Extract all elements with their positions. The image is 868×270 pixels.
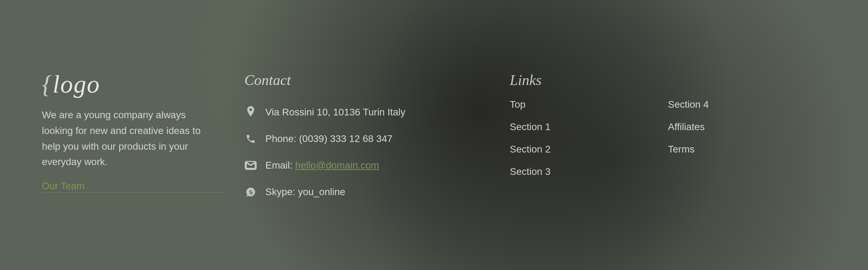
contact-address-item: Via Rossini 10, 10136 Turin Italy xyxy=(244,106,489,119)
logo-bracket: { xyxy=(42,70,53,98)
email-icon xyxy=(244,159,257,172)
phone-icon xyxy=(244,133,257,145)
nav-link-terms[interactable]: Terms xyxy=(668,144,826,155)
email-link[interactable]: hello@domain.com xyxy=(295,160,379,171)
footer-content: {logo We are a young company always look… xyxy=(0,51,868,219)
contact-phone: Phone: (0039) 333 12 68 347 xyxy=(265,133,392,144)
nav-link-affiliates[interactable]: Affiliates xyxy=(668,121,826,133)
contact-skype: Skype: you_online xyxy=(265,186,345,198)
logo: {logo xyxy=(42,72,223,97)
nav-link-section4[interactable]: Section 4 xyxy=(668,99,826,110)
contact-email: Email: hello@domain.com xyxy=(265,160,379,171)
brand-column: {logo We are a young company always look… xyxy=(42,72,223,193)
brand-description: We are a young company always looking fo… xyxy=(42,107,209,170)
links-title: Links xyxy=(510,72,826,88)
our-team-link[interactable]: Our Team xyxy=(42,180,223,193)
contact-phone-item: Phone: (0039) 333 12 68 347 xyxy=(244,133,489,145)
links-grid: Top Section 1 Section 2 Section 3 Sectio… xyxy=(510,99,826,177)
nav-link-section3[interactable]: Section 3 xyxy=(510,166,668,177)
links-column: Links Top Section 1 Section 2 Section 3 … xyxy=(489,72,826,177)
contact-address: Via Rossini 10, 10136 Turin Italy xyxy=(265,107,405,118)
contact-email-item: Email: hello@domain.com xyxy=(244,159,489,172)
footer-background: {logo We are a young company always look… xyxy=(0,0,868,270)
location-icon xyxy=(244,106,257,119)
contact-title: Contact xyxy=(244,72,489,88)
nav-link-section2[interactable]: Section 2 xyxy=(510,144,668,155)
skype-icon xyxy=(244,186,257,198)
nav-link-top[interactable]: Top xyxy=(510,99,668,110)
contact-column: Contact Via Rossini 10, 10136 Turin Ital… xyxy=(223,72,489,198)
contact-skype-item: Skype: you_online xyxy=(244,186,489,198)
nav-link-section1[interactable]: Section 1 xyxy=(510,121,668,133)
links-column-1: Top Section 1 Section 2 Section 3 xyxy=(510,99,668,177)
links-column-2: Section 4 Affiliates Terms xyxy=(668,99,826,177)
